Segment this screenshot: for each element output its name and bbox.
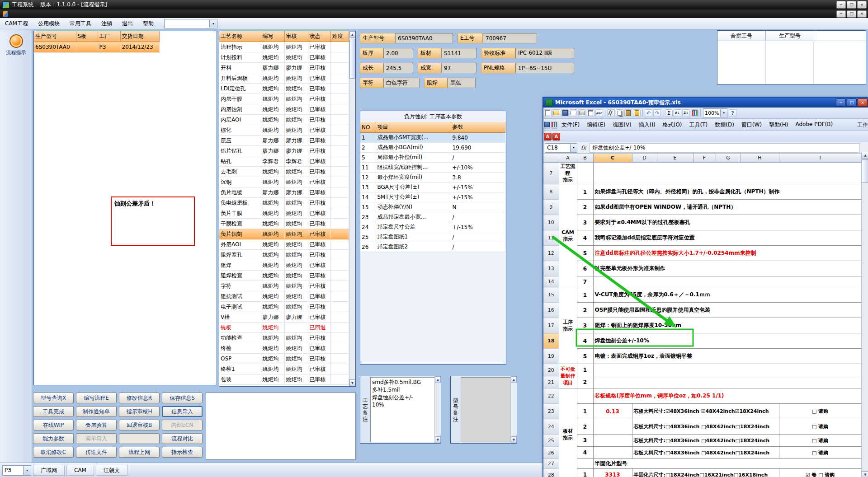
process-row[interactable]: 铝片钻孔 廖力娜 廖力娜 已审核: [219, 146, 349, 156]
scroll-up-icon[interactable]: ▲: [862, 152, 868, 159]
dropdown-arrow-icon[interactable]: ▾: [720, 109, 727, 117]
column-header[interactable]: 审核: [284, 31, 308, 42]
process-row[interactable]: 负片干膜 姚炬均 姚炬均 已审核: [219, 208, 349, 219]
column-header[interactable]: 生产型号: [766, 31, 814, 41]
row-header[interactable]: 13: [543, 261, 559, 276]
cell[interactable]: 7: [577, 276, 593, 287]
column-header[interactable]: E: [657, 154, 693, 163]
purchase-checkbox-cell[interactable]: □ 请购: [779, 447, 861, 459]
action-button[interactable]: 保存信息S: [162, 393, 203, 403]
process-row[interactable]: 铣板 姚炬均 已回退: [219, 323, 349, 333]
cell[interactable]: 芯板大料尺寸:□48X36inch □48X42inch□18X24inch: [632, 435, 779, 447]
excel-menu-item[interactable]: 格式(O): [659, 120, 686, 130]
cell[interactable]: 4: [577, 333, 593, 349]
process-row[interactable]: 阻焊 姚炬均 姚炬均 已审核: [219, 260, 349, 271]
section-label-material[interactable]: 板材 指示: [559, 388, 577, 477]
cell[interactable]: 5: [577, 246, 593, 261]
close-button[interactable]: ×: [857, 1, 867, 9]
cell[interactable]: 电镀：表面完成铜厚1oz，表面镀铜平整: [593, 349, 861, 364]
scrollbar-thumb[interactable]: [349, 39, 355, 79]
scroll-down-icon[interactable]: ▼: [511, 436, 517, 443]
cell[interactable]: 3: [577, 215, 593, 230]
excel-close-button[interactable]: ×: [858, 98, 868, 107]
param-row[interactable]: 5 局部最小补偿(mil) /: [360, 153, 505, 163]
cell[interactable]: 1: [577, 184, 593, 200]
cell[interactable]: [577, 459, 593, 469]
cell[interactable]: 2: [577, 419, 593, 435]
action-button[interactable]: 调单导入: [76, 433, 117, 444]
row-header[interactable]: 16: [543, 303, 559, 318]
cell[interactable]: 1: [577, 364, 593, 376]
section-label-process[interactable]: 工序 指示: [559, 287, 577, 364]
cell[interactable]: 芯板大料尺寸:☑48X36inch ☑48X42inch☑18X24inch: [632, 404, 779, 419]
purchase-checkbox-cell[interactable]: □ 请购: [779, 435, 861, 447]
cell[interactable]: 6: [577, 261, 593, 276]
quick-select-combo[interactable]: ▾: [164, 19, 217, 28]
process-row[interactable]: 干膜检查 姚炬均 姚炬均 已审核: [219, 219, 349, 229]
row-header[interactable]: 8: [543, 184, 559, 200]
param-row[interactable]: 14 SMT尺寸公差(±) +/-15%: [360, 192, 505, 202]
user-status[interactable]: 汪朝文: [96, 465, 127, 476]
help-icon[interactable]: [729, 109, 736, 117]
action-button[interactable]: 传送文件: [76, 447, 117, 458]
menu-item[interactable]: 注销: [96, 19, 117, 29]
cell[interactable]: 4: [577, 230, 593, 246]
dropdown-arrow-icon[interactable]: ▾: [209, 20, 217, 28]
column-header[interactable]: 生产型号: [34, 31, 76, 42]
column-header[interactable]: B: [577, 154, 593, 163]
cut-icon[interactable]: [607, 109, 615, 117]
column-header[interactable]: NO: [360, 122, 376, 133]
copy-icon[interactable]: [616, 109, 623, 117]
process-row[interactable]: 终检 姚炬均 姚炬均 已审核: [219, 343, 349, 354]
soldermask-value[interactable]: 黑色: [448, 78, 476, 88]
row-header[interactable]: 14: [543, 276, 559, 287]
cell[interactable]: 1: [577, 404, 593, 419]
column-header[interactable]: D: [632, 154, 657, 163]
cell[interactable]: 3: [577, 435, 593, 447]
active-cell[interactable]: 焊盘蚀刻公差+/-10%: [593, 333, 861, 349]
action-button[interactable]: 流程对比: [162, 433, 203, 444]
purchase-checkbox-cell[interactable]: ☑ 卷 □ 请购: [779, 469, 861, 477]
action-button[interactable]: 在线WIP: [33, 420, 74, 430]
process-row[interactable]: V槽 廖力娜 廖力娜 已审核: [219, 312, 349, 323]
scroll-up-icon[interactable]: ▲: [349, 31, 355, 38]
toolbar-handle-icon[interactable]: [544, 121, 550, 129]
column-header[interactable]: H: [741, 154, 779, 163]
save-icon[interactable]: [561, 109, 569, 117]
column-header[interactable]: 参数: [451, 122, 505, 133]
process-row[interactable]: 负片蚀刻 姚炬均 姚炬均 已审核: [219, 229, 349, 239]
excel-menu-item[interactable]: 帮助(H): [765, 120, 792, 130]
column-header[interactable]: G: [716, 154, 741, 163]
param-row[interactable]: 1 成品最小SMT宽度(... 9.840: [360, 133, 505, 143]
row-header[interactable]: 22: [543, 388, 559, 404]
process-row[interactable]: 功能检查 姚炬均 姚炬均 已审核: [219, 333, 349, 343]
process-row[interactable]: 棕化 姚炬均 姚炬均 已审核: [219, 125, 349, 136]
zoom-select[interactable]: 100% ▾: [703, 108, 727, 117]
cell[interactable]: 要求对于≤0.4MM以下的过孔整板塞孔: [593, 215, 861, 230]
section-label-no-batch[interactable]: 不可批 量制作 项目: [559, 364, 577, 388]
standard-value[interactable]: IPC-6012 Ⅱ级: [515, 48, 574, 58]
row-header[interactable]: 9: [543, 200, 559, 215]
process-row[interactable]: 包装 姚炬均 姚炬均 已审核: [219, 374, 349, 385]
cell[interactable]: 1: [577, 469, 593, 477]
row-header[interactable]: 17: [543, 318, 559, 333]
width-value[interactable]: 97: [441, 63, 476, 73]
process-row[interactable]: LDI定位孔 姚炬均 姚炬均 已审核: [219, 84, 349, 94]
excel-menu-item[interactable]: Adobe PDF(B): [792, 120, 836, 130]
process-row[interactable]: 外层AOI 姚炬均 姚炬均 已审核: [219, 239, 349, 250]
scroll-down-icon[interactable]: ▼: [349, 379, 355, 386]
process-row[interactable]: 内层蚀刻 姚炬均 姚炬均 已审核: [219, 104, 349, 115]
excel-restore-button[interactable]: □: [847, 98, 857, 107]
row-header[interactable]: 10: [543, 215, 559, 230]
cell[interactable]: OSP膜只能使用四国和乐思的膜并使用真空包装: [593, 303, 861, 318]
pdf-email-icon[interactable]: [552, 133, 560, 140]
cell[interactable]: 2: [577, 200, 593, 215]
dropdown-arrow-icon[interactable]: ▾: [23, 466, 31, 475]
select-all-corner[interactable]: [543, 154, 559, 163]
cell[interactable]: 0.13: [593, 404, 632, 419]
model-row[interactable]: 6S0390TAA0 P3 2014/12/23: [34, 42, 159, 52]
column-header[interactable]: 交货日期: [120, 31, 159, 42]
menu-item[interactable]: 公用模块: [33, 19, 65, 29]
process-row[interactable]: 开料 廖力娜 廖力娜 已审核: [219, 63, 349, 73]
column-header[interactable]: F: [693, 154, 716, 163]
